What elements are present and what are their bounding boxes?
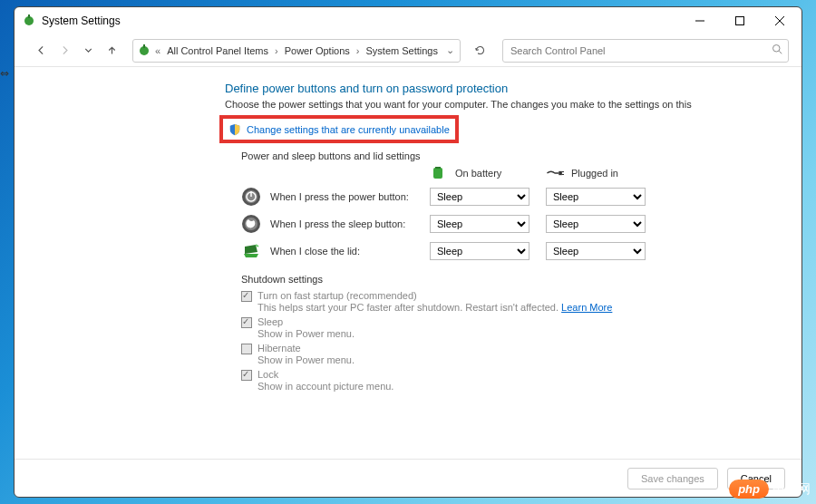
hibernate-checkbox[interactable]: [241, 344, 252, 354]
watermark-text: 中文网: [772, 481, 811, 498]
svg-rect-12: [559, 171, 562, 175]
breadcrumb-item-system[interactable]: System Settings: [364, 45, 441, 56]
window-controls: [680, 7, 800, 34]
shield-icon: [228, 123, 241, 136]
system-settings-window: System Settings: [14, 6, 802, 498]
shutdown-settings: Turn on fast startup (recommended) This …: [241, 290, 783, 392]
sleep-button-icon: [241, 214, 261, 234]
sleep-desc: Show in Power menu.: [257, 328, 783, 339]
row-close-lid-label: When I close the lid:: [270, 246, 360, 257]
breadcrumb[interactable]: « All Control Panel Items › Power Option…: [132, 39, 461, 63]
minimize-button[interactable]: [680, 7, 720, 34]
breadcrumb-item-all[interactable]: All Control Panel Items: [164, 45, 271, 56]
search-box[interactable]: [502, 39, 789, 63]
svg-point-8: [773, 45, 781, 53]
svg-rect-7: [143, 44, 145, 48]
fast-startup-label: Turn on fast startup (recommended): [257, 290, 417, 301]
back-button[interactable]: [31, 41, 51, 61]
column-header-plugged: Plugged in: [546, 167, 646, 179]
svg-rect-10: [433, 168, 442, 179]
power-options-grid: On battery Plugged in When I press the p…: [241, 167, 783, 261]
shutdown-item-hibernate: Hibernate Show in Power menu.: [241, 343, 783, 365]
close-button[interactable]: [760, 7, 800, 34]
sleep-checkbox[interactable]: [241, 317, 252, 328]
svg-rect-1: [28, 15, 30, 18]
shutdown-item-fast-startup: Turn on fast startup (recommended) This …: [241, 290, 783, 313]
content-area: Define power buttons and turn on passwor…: [15, 67, 801, 459]
battery-icon: [430, 167, 448, 179]
close-lid-plugged-select[interactable]: Sleep: [546, 242, 646, 260]
titlebar: System Settings: [15, 7, 801, 34]
desktop-resize-arrow: ⇔: [0, 67, 9, 80]
breadcrumb-overflow[interactable]: «: [153, 45, 162, 56]
window-title: System Settings: [42, 15, 121, 27]
column-header-plugged-label: Plugged in: [571, 168, 618, 179]
lock-desc: Show in account picture menu.: [257, 381, 783, 392]
row-close-lid: When I close the lid:: [241, 241, 413, 261]
learn-more-link[interactable]: Learn More: [561, 302, 612, 313]
shutdown-item-sleep: Sleep Show in Power menu.: [241, 316, 783, 339]
shutdown-item-lock: Lock Show in account picture menu.: [241, 369, 783, 392]
column-header-battery: On battery: [430, 167, 529, 179]
page-title: Define power buttons and turn on passwor…: [225, 82, 783, 95]
change-unavailable-settings-label: Change settings that are currently unava…: [247, 124, 450, 135]
control-panel-icon: [137, 44, 151, 58]
chevron-right-icon: ›: [273, 45, 280, 56]
app-icon: [22, 14, 36, 28]
breadcrumb-item-power[interactable]: Power Options: [282, 45, 353, 56]
change-unavailable-settings-link[interactable]: Change settings that are currently unava…: [227, 121, 452, 139]
svg-rect-11: [435, 167, 441, 169]
row-sleep-button-label: When I press the sleep button:: [270, 218, 405, 229]
admin-link-highlight: Change settings that are currently unava…: [219, 115, 459, 143]
watermark: php 中文网: [729, 480, 811, 499]
column-header-battery-label: On battery: [455, 168, 501, 179]
sleep-button-battery-select[interactable]: Sleep: [430, 215, 529, 233]
hibernate-desc: Show in Power menu.: [257, 354, 783, 365]
fast-startup-desc: This helps start your PC faster after sh…: [257, 302, 561, 313]
maximize-button[interactable]: [720, 7, 760, 34]
power-button-plugged-select[interactable]: Sleep: [546, 188, 646, 206]
row-power-button-label: When I press the power button:: [270, 191, 409, 202]
chevron-right-icon: ›: [355, 45, 362, 56]
page-description: Choose the power settings that you want …: [225, 99, 783, 110]
up-button[interactable]: [102, 41, 121, 61]
svg-line-9: [779, 51, 782, 53]
forward-button[interactable]: [54, 41, 74, 61]
row-sleep-button: When I press the sleep button:: [241, 214, 413, 234]
plug-icon: [546, 167, 564, 179]
search-input[interactable]: [509, 44, 772, 57]
close-lid-battery-select[interactable]: Sleep: [430, 242, 529, 260]
chevron-down-icon[interactable]: ⌄: [444, 44, 456, 56]
footer: Save changes Cancel: [15, 459, 801, 497]
save-changes-button[interactable]: Save changes: [627, 468, 718, 489]
power-button-battery-select[interactable]: Sleep: [430, 188, 529, 206]
search-icon: [772, 44, 782, 57]
svg-rect-3: [736, 17, 744, 25]
fast-startup-checkbox[interactable]: [241, 291, 252, 302]
shutdown-section-label: Shutdown settings: [241, 274, 783, 285]
refresh-button[interactable]: [470, 41, 490, 61]
recent-locations-button[interactable]: [78, 41, 98, 61]
watermark-badge: php: [729, 480, 769, 499]
buttons-section-label: Power and sleep buttons and lid settings: [241, 150, 783, 161]
row-power-button: When I press the power button:: [241, 187, 413, 207]
power-button-icon: [241, 187, 261, 207]
lock-label: Lock: [257, 369, 278, 380]
hibernate-label: Hibernate: [257, 343, 301, 354]
lock-checkbox[interactable]: [241, 370, 252, 381]
sleep-button-plugged-select[interactable]: Sleep: [546, 215, 646, 233]
sleep-label: Sleep: [257, 316, 283, 327]
navigation-bar: « All Control Panel Items › Power Option…: [15, 34, 801, 67]
laptop-lid-icon: [241, 241, 261, 261]
